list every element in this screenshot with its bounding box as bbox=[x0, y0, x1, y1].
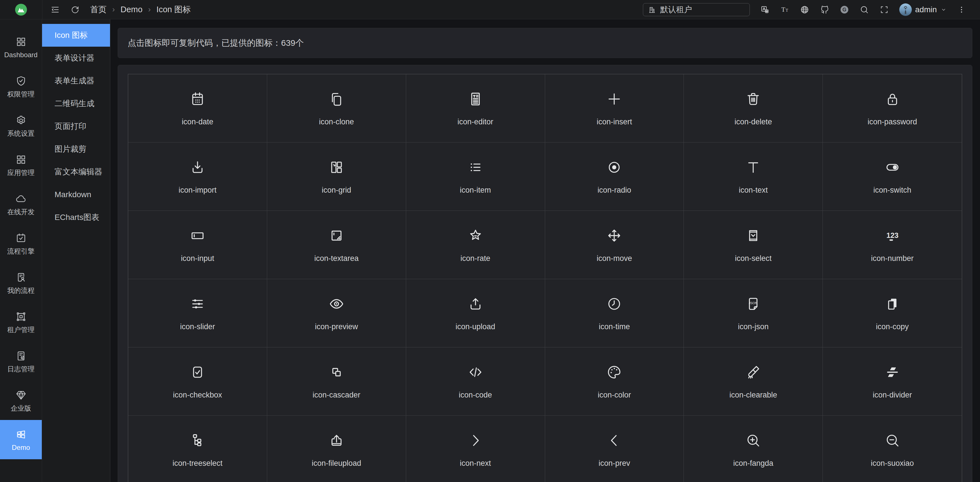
tenant-icon bbox=[15, 311, 27, 322]
icon-cell-label: icon-json bbox=[738, 323, 768, 330]
trash-icon bbox=[745, 91, 761, 107]
gear-icon bbox=[15, 114, 27, 126]
translate-icon[interactable] bbox=[760, 5, 770, 14]
submenu-item-crop[interactable]: 图片裁剪 bbox=[42, 138, 110, 161]
fileupload-icon bbox=[328, 432, 345, 449]
submenu-item-richtext[interactable]: 富文本编辑器 bbox=[42, 161, 110, 183]
icon-cell-icon-fangda[interactable]: icon-fangda bbox=[684, 416, 823, 482]
icon-cell-icon-import[interactable]: icon-import bbox=[128, 142, 267, 211]
plus-icon bbox=[606, 91, 622, 107]
icon-cell-icon-preview[interactable]: icon-preview bbox=[267, 279, 406, 348]
icon-cell-icon-fileupload[interactable]: icon-fileupload bbox=[267, 416, 406, 482]
icon-cell-label: icon-next bbox=[460, 460, 491, 467]
palette-icon bbox=[606, 364, 622, 380]
kebab-menu-icon[interactable] bbox=[957, 5, 966, 14]
icon-cell-label: icon-password bbox=[868, 118, 917, 126]
icon-cell-icon-clone[interactable]: icon-clone bbox=[267, 74, 406, 142]
icon-cell-label: icon-checkbox bbox=[173, 391, 222, 399]
sidebar-item-tenant[interactable]: 租户管理 bbox=[0, 302, 42, 342]
submenu-item-label: ECharts图表 bbox=[54, 212, 99, 223]
icon-cell-icon-copy[interactable]: icon-copy bbox=[823, 279, 962, 348]
fullscreen-icon[interactable] bbox=[880, 5, 889, 14]
icon-cell-icon-cascader[interactable]: icon-cascader bbox=[267, 348, 406, 416]
sidebar-item-label: Demo bbox=[12, 444, 30, 451]
icon-grid-card: icon-date icon-clone icon-editor icon-in… bbox=[118, 65, 972, 482]
icon-cell-icon-checkbox[interactable]: icon-checkbox bbox=[128, 348, 267, 416]
sidebar-item-permission[interactable]: 权限管理 bbox=[0, 67, 42, 106]
icon-cell-icon-text[interactable]: icon-text bbox=[684, 142, 823, 211]
icon-cell-icon-divider[interactable]: icon-divider bbox=[823, 348, 962, 416]
submenu-item-qrcode[interactable]: 二维码生成 bbox=[42, 92, 110, 115]
submenu-item-form-generator[interactable]: 表单生成器 bbox=[42, 69, 110, 92]
sidebar-item-label: 应用管理 bbox=[7, 169, 35, 176]
refresh-icon[interactable] bbox=[70, 5, 80, 14]
icon-cell-icon-prev[interactable]: icon-prev bbox=[545, 416, 684, 482]
submenu-item-icon[interactable]: Icon 图标 bbox=[42, 24, 110, 47]
sidebar-item-my-flow[interactable]: 我的流程 bbox=[0, 263, 42, 302]
sidebar-item-apps[interactable]: 应用管理 bbox=[0, 145, 42, 184]
icon-cell-icon-upload[interactable]: icon-upload bbox=[406, 279, 545, 348]
submenu-item-label: 表单设计器 bbox=[54, 53, 94, 64]
gitee-icon[interactable]: G bbox=[840, 5, 849, 14]
breadcrumb-separator: › bbox=[112, 5, 115, 14]
user-menu[interactable]: admin bbox=[899, 3, 947, 16]
sidebar-item-logs[interactable]: 日志管理 bbox=[0, 342, 42, 381]
icon-cell-icon-password[interactable]: icon-password bbox=[823, 74, 962, 142]
logo-box[interactable] bbox=[0, 0, 42, 19]
icon-cell-icon-clearable[interactable]: icon-clearable bbox=[684, 348, 823, 416]
icon-cell-icon-grid[interactable]: icon-grid bbox=[267, 142, 406, 211]
icon-cell-icon-code[interactable]: icon-code bbox=[406, 348, 545, 416]
sidebar-item-label: 系统设置 bbox=[7, 130, 35, 137]
icon-cell-label: icon-item bbox=[460, 187, 491, 194]
icon-cell-icon-treeselect[interactable]: icon-treeselect bbox=[128, 416, 267, 482]
github-icon[interactable] bbox=[820, 5, 829, 14]
submenu-item-print[interactable]: 页面打印 bbox=[42, 115, 110, 138]
icon-cell-icon-insert[interactable]: icon-insert bbox=[545, 74, 684, 142]
radio-icon bbox=[606, 159, 622, 176]
sidebar-item-system[interactable]: 系统设置 bbox=[0, 106, 42, 145]
icon-cell-icon-radio[interactable]: icon-radio bbox=[545, 142, 684, 211]
sidebar-item-dashboard[interactable]: Dashboard bbox=[0, 27, 42, 67]
icon-cell-icon-switch[interactable]: icon-switch bbox=[823, 142, 962, 211]
chevron-right-icon bbox=[467, 432, 484, 449]
sidebar-item-workflow[interactable]: 流程引擎 bbox=[0, 223, 42, 263]
sidebar-item-online-dev[interactable]: 在线开发 bbox=[0, 184, 42, 223]
list-icon bbox=[467, 159, 484, 176]
submenu-item-echarts[interactable]: ECharts图表 bbox=[42, 206, 110, 229]
icon-cell-icon-delete[interactable]: icon-delete bbox=[684, 74, 823, 142]
sidebar-item-demo[interactable]: Demo bbox=[0, 420, 42, 459]
icon-cell-icon-json[interactable]: JSON icon-json bbox=[684, 279, 823, 348]
icon-cell-label: icon-slider bbox=[180, 323, 215, 330]
icon-cell-icon-next[interactable]: icon-next bbox=[406, 416, 545, 482]
search-icon[interactable] bbox=[859, 5, 869, 14]
input-icon bbox=[189, 227, 206, 244]
tenant-select[interactable]: 默认租户 bbox=[643, 3, 750, 16]
icon-cell-icon-item[interactable]: icon-item bbox=[406, 142, 545, 211]
globe-icon[interactable] bbox=[800, 5, 810, 14]
breadcrumb-home[interactable]: 首页 bbox=[90, 4, 107, 15]
sidebar-item-label: Dashboard bbox=[4, 51, 38, 58]
icon-cell-icon-textarea[interactable]: icon-textarea bbox=[267, 211, 406, 279]
icon-cell-icon-rate[interactable]: icon-rate bbox=[406, 211, 545, 279]
icon-cell-icon-select[interactable]: icon-select bbox=[684, 211, 823, 279]
breadcrumb-demo[interactable]: Demo bbox=[121, 5, 142, 14]
icon-cell-icon-move[interactable]: icon-move bbox=[545, 211, 684, 279]
collapse-sidebar-icon[interactable] bbox=[50, 5, 60, 14]
icon-cell-icon-slider[interactable]: icon-slider bbox=[128, 279, 267, 348]
icon-cell-label: icon-preview bbox=[315, 323, 358, 330]
icon-cell-icon-time[interactable]: icon-time bbox=[545, 279, 684, 348]
font-size-icon[interactable]: TT bbox=[780, 5, 789, 14]
submenu-item-label: Icon 图标 bbox=[54, 30, 88, 41]
icon-cell-icon-number[interactable]: 123 icon-number bbox=[823, 211, 962, 279]
my-flow-icon bbox=[15, 271, 27, 283]
icon-cell-icon-input[interactable]: icon-input bbox=[128, 211, 267, 279]
icon-cell-icon-color[interactable]: icon-color bbox=[545, 348, 684, 416]
icon-cell-icon-date[interactable]: icon-date bbox=[128, 74, 267, 142]
submenu-item-markdown[interactable]: Markdown bbox=[42, 183, 110, 206]
submenu-item-form-designer[interactable]: 表单设计器 bbox=[42, 47, 110, 69]
icon-cell-icon-editor[interactable]: icon-editor bbox=[406, 74, 545, 142]
icon-cell-label: icon-prev bbox=[598, 460, 630, 467]
sidebar-item-enterprise[interactable]: 企业版 bbox=[0, 381, 42, 420]
icon-cell-label: icon-textarea bbox=[314, 255, 359, 262]
icon-cell-icon-suoxiao[interactable]: icon-suoxiao bbox=[823, 416, 962, 482]
